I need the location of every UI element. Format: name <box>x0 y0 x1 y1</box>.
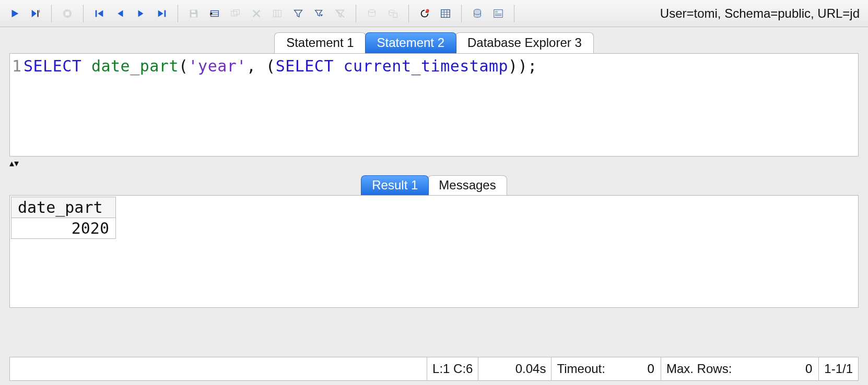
svg-rect-20 <box>494 9 503 17</box>
editor-tab-1[interactable]: Statement 2 <box>365 32 456 53</box>
copy-row-button[interactable] <box>226 4 245 23</box>
status-spacer <box>10 357 427 380</box>
export-button[interactable] <box>362 4 381 23</box>
editor-tab-0[interactable]: Statement 1 <box>274 32 366 53</box>
filter-dropdown-button[interactable] <box>310 4 329 23</box>
result-grid[interactable]: date_part 2020 <box>11 197 116 239</box>
table-cell[interactable]: 2020 <box>11 218 116 239</box>
editor-tab-2[interactable]: Database Explorer 3 <box>455 32 594 53</box>
form-view-button[interactable] <box>489 4 508 23</box>
svg-rect-3 <box>65 11 69 15</box>
editor-tabbar: Statement 1Statement 2Database Explorer … <box>0 30 868 53</box>
svg-text:I: I <box>39 9 40 14</box>
svg-rect-21 <box>495 11 498 13</box>
svg-rect-5 <box>165 10 166 17</box>
prev-record-button[interactable] <box>111 4 130 23</box>
next-record-button[interactable] <box>132 4 150 23</box>
timeout-input[interactable] <box>608 357 655 380</box>
column-header[interactable]: date_part <box>11 197 116 218</box>
status-exec-time: 0.04s <box>478 357 551 380</box>
first-record-button[interactable] <box>90 4 109 23</box>
svg-rect-18 <box>441 9 450 17</box>
run-button[interactable] <box>5 4 24 23</box>
svg-rect-10 <box>231 11 237 16</box>
grid-options-button[interactable] <box>436 4 455 23</box>
line-number: 1 <box>10 54 22 75</box>
maxrows-input[interactable] <box>735 357 813 380</box>
status-row-range: 1-1/1 <box>818 357 858 380</box>
table-row[interactable]: 2020 <box>11 218 116 239</box>
filter-button[interactable] <box>289 4 308 23</box>
result-tabbar: Result 1Messages <box>9 173 859 195</box>
splitter-handle[interactable]: ▴▾ <box>9 158 859 169</box>
svg-rect-7 <box>191 14 196 16</box>
insert-row-button[interactable]: › <box>205 4 224 23</box>
svg-point-13 <box>369 9 376 13</box>
svg-rect-12 <box>274 10 281 17</box>
run-to-cursor-button[interactable]: I <box>26 4 45 23</box>
stop-button[interactable] <box>58 4 77 23</box>
last-record-button[interactable] <box>153 4 171 23</box>
sql-code[interactable]: SELECT date_part('year', (SELECT current… <box>22 54 539 75</box>
clear-filter-button[interactable] <box>331 4 349 23</box>
svg-rect-11 <box>233 9 239 14</box>
result-panel: date_part 2020 <box>9 195 859 308</box>
delete-row-button[interactable] <box>247 4 266 23</box>
connection-info: User=tomi, Schema=public, URL=jd <box>656 6 864 21</box>
timeout-label: Timeout: <box>557 362 608 376</box>
svg-text:›: › <box>209 10 212 16</box>
result-tab-1[interactable]: Messages <box>428 175 507 195</box>
svg-rect-0 <box>38 10 39 17</box>
sql-editor[interactable]: 1 SELECT date_part('year', (SELECT curre… <box>9 53 859 157</box>
database-button[interactable] <box>468 4 487 23</box>
export-clipboard-button[interactable] <box>383 4 402 23</box>
maxrows-label: Max. Rows: <box>666 362 735 376</box>
svg-rect-6 <box>191 10 195 13</box>
svg-rect-15 <box>393 13 397 17</box>
svg-rect-4 <box>96 10 97 17</box>
status-cursor: L:1 C:6 <box>427 357 478 380</box>
reexecute-button[interactable]: ! <box>415 4 434 23</box>
svg-point-14 <box>389 10 395 13</box>
status-bar: L:1 C:6 0.04s Timeout: Max. Rows: 1-1/1 <box>9 357 859 381</box>
save-button[interactable] <box>184 4 203 23</box>
select-columns-button[interactable] <box>268 4 287 23</box>
status-timeout: Timeout: <box>551 357 660 380</box>
status-maxrows: Max. Rows: <box>661 357 818 380</box>
result-tab-0[interactable]: Result 1 <box>361 175 429 195</box>
toolbar: I › ! User=tomi, Schema=public, URL=jd <box>0 0 868 27</box>
